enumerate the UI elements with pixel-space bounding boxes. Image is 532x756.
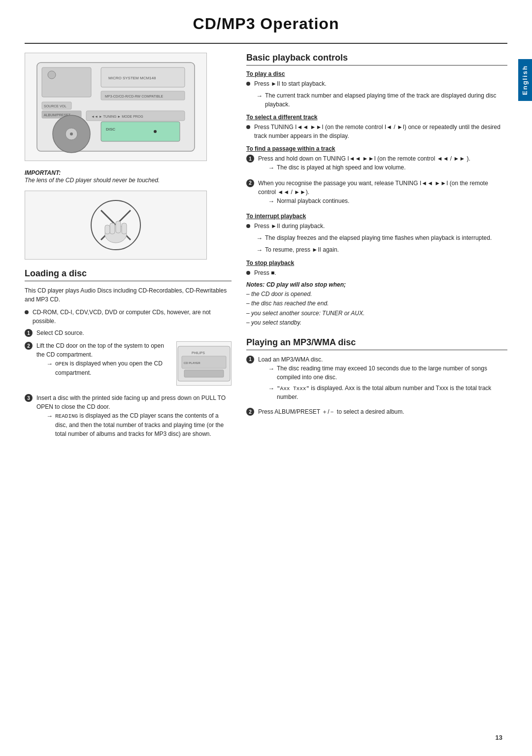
hand-svg xyxy=(66,196,165,255)
mp3-step-1-text: Load an MP3/WMA disc. xyxy=(258,356,323,363)
page-number: 13 xyxy=(496,734,502,741)
select-track-bullet: Press TUNING I◄◄ ►►I (on the remote cont… xyxy=(246,123,507,140)
note-line-3: – you select another source: TUNER or AU… xyxy=(246,309,507,318)
step-3-arrow: → READING is displayed as the CD player … xyxy=(46,411,232,438)
mp3-step-1-content: Load an MP3/WMA disc. → The disc reading… xyxy=(258,355,507,404)
step-3-content: Insert a disc with the printed side faci… xyxy=(36,394,232,440)
passage-step-2-content: When you recognise the passage you want,… xyxy=(258,179,507,208)
svg-rect-24 xyxy=(116,221,121,233)
stop-subtitle: To stop playback xyxy=(246,260,507,266)
passage-arrow-sym: → xyxy=(268,163,274,173)
step-2-arrow: → OPEN is displayed when you open the CD… xyxy=(46,359,166,377)
loading-step-3: 3 Insert a disc with the printed side fa… xyxy=(25,394,232,440)
loading-desc: This CD player plays Audio Discs includi… xyxy=(25,286,232,304)
mp3-badge-1: 1 xyxy=(246,356,254,363)
device-svg: MICRO SYSTEM MCM148 MP3-CD/CD-R/CD-RW CO… xyxy=(32,58,200,156)
mp3-arrow-sym2: → xyxy=(268,384,274,394)
reading-mono: READING xyxy=(55,413,78,419)
svg-point-2 xyxy=(48,71,56,79)
note-line-4: – you select standby. xyxy=(246,318,507,328)
mp3-mono-display: "Axx Txxx" xyxy=(277,386,309,392)
stop-dot xyxy=(246,271,250,275)
english-language-tab: English xyxy=(518,59,532,101)
mp3-step-1-arrow1-text: The disc reading time may exceed 10 seco… xyxy=(277,364,507,382)
interrupt-bullet: Press ►II during playback. xyxy=(246,222,507,230)
select-track-text: Press TUNING I◄◄ ►►I (on the remote cont… xyxy=(254,123,507,140)
step-2-arrow-text: OPEN is displayed when you open the CD c… xyxy=(55,359,166,377)
main-layout: MICRO SYSTEM MCM148 MP3-CD/CD-R/CD-RW CO… xyxy=(25,53,507,444)
passage-step-2-text: When you recognise the passage you want,… xyxy=(258,180,488,196)
interrupt-arrow2-text: To resume, press ►II again. xyxy=(265,245,339,254)
step-3-badge: 3 xyxy=(25,394,33,402)
passage-step-1-text: Press and hold down on TUNING I◄◄ ►►I (o… xyxy=(258,155,470,162)
top-divider xyxy=(25,43,507,44)
interrupt-arrow-sym1: → xyxy=(256,233,263,243)
notes-block: Notes: CD play will also stop when; – th… xyxy=(246,280,507,328)
mp3-step-1: 1 Load an MP3/WMA disc. → The disc readi… xyxy=(246,355,507,404)
important-text: The lens of the CD player should never b… xyxy=(25,177,160,184)
device-image: MICRO SYSTEM MCM148 MP3-CD/CD-R/CD-RW CO… xyxy=(25,53,207,161)
page: English CD/MP3 Operation MICRO SYSTEM MC… xyxy=(0,0,532,756)
play-disc-arrow1-text: The current track number and elapsed pla… xyxy=(265,91,507,109)
play-disc-bullet: Press ►II to start playback. xyxy=(246,79,507,88)
mp3-step-1-arrow1: → The disc reading time may exceed 10 se… xyxy=(268,364,507,382)
interrupt-dot xyxy=(246,224,250,228)
interrupt-arrow-sym2: → xyxy=(256,245,263,255)
passage-step-2: 2 When you recognise the passage you wan… xyxy=(246,179,507,208)
svg-rect-16 xyxy=(101,122,180,141)
passage-step-1-arrow-text: The disc is played at high speed and low… xyxy=(277,163,406,172)
mp3-step-2: 2 Press ALBUM/PRESET ＋/－ to select a des… xyxy=(246,407,507,416)
mp3-step-1-arrow2: → "Axx Txxx" is displayed. Axx is the to… xyxy=(268,384,507,402)
step-3-text: Insert a disc with the printed side faci… xyxy=(36,394,226,410)
svg-text:DISC: DISC xyxy=(106,127,115,131)
svg-text:CD PLAYER: CD PLAYER xyxy=(184,362,200,364)
passage-step-1: 1 Press and hold down on TUNING I◄◄ ►►I … xyxy=(246,154,507,175)
interrupt-arrow1-text: The display freezes and the elapsed play… xyxy=(265,233,492,242)
page-title: CD/MP3 Operation xyxy=(25,15,507,33)
svg-rect-25 xyxy=(122,223,127,234)
basic-playback-title: Basic playback controls xyxy=(246,53,507,66)
loading-step-2: 2 Lift the CD door on the top of the sys… xyxy=(25,341,232,390)
interrupt-text: Press ►II during playback. xyxy=(254,222,325,230)
right-column: Basic playback controls To play a disc P… xyxy=(246,53,507,444)
stop-bullet: Press ■. xyxy=(246,268,507,277)
hand-image xyxy=(25,191,207,260)
step-2-text-block: Lift the CD door on the top of the syste… xyxy=(36,341,166,390)
svg-rect-31 xyxy=(184,370,224,377)
loading-section-title: Loading a disc xyxy=(25,268,232,281)
mp3-section-title: Playing an MP3/WMA disc xyxy=(246,337,507,350)
find-passage-subtitle: To find a passage within a track xyxy=(246,145,507,152)
important-label: IMPORTANT: xyxy=(25,169,61,176)
note-line-2: – the disc has reached the end. xyxy=(246,299,507,308)
passage-badge-2: 2 xyxy=(246,179,254,187)
svg-text:MP3-CD/CD-R/CD-RW COMPATIBLE: MP3-CD/CD-R/CD-RW COMPATIBLE xyxy=(105,95,164,98)
note-line-1: – the CD door is opened. xyxy=(246,290,507,299)
passage-step-2-arrow: → Normal playback continues. xyxy=(268,197,507,206)
passage-step-1-arrow: → The disc is played at high speed and l… xyxy=(268,163,470,173)
bullet-dot-1 xyxy=(25,310,29,314)
loading-bullet-1: CD-ROM, CD-I, CDV,VCD, DVD or computer C… xyxy=(25,308,232,326)
svg-text:PHILIPS: PHILIPS xyxy=(192,351,205,355)
interrupt-subtitle: To interrupt playback xyxy=(246,213,507,220)
svg-rect-26 xyxy=(105,225,110,234)
step-1-badge: 1 xyxy=(25,329,33,337)
interrupt-arrow2: → To resume, press ►II again. xyxy=(256,245,507,255)
mp3-step-1-arrow2-rest: is displayed. Axx is the total album num… xyxy=(277,385,491,401)
step-2-arrow-rest: is displayed when you open the CD compar… xyxy=(55,360,163,376)
notes-header: Notes: CD play will also stop when; xyxy=(246,280,507,290)
step-2-text: Lift the CD door on the top of the syste… xyxy=(36,342,164,358)
arrow-sym-2: → xyxy=(46,411,53,421)
stop-text: Press ■. xyxy=(254,268,276,277)
step-2-badge: 2 xyxy=(25,342,33,350)
svg-point-15 xyxy=(70,132,73,135)
passage-arrow-sym2: → xyxy=(268,197,274,206)
play-disc-subtitle: To play a disc xyxy=(246,70,507,77)
svg-rect-23 xyxy=(110,223,115,234)
cd-player-small-image: PHILIPS CD PLAYER xyxy=(176,341,232,386)
step-1-text: Select CD source. xyxy=(36,329,84,337)
loading-step-1: 1 Select CD source. xyxy=(25,329,232,337)
svg-text:SOURCE  VOL: SOURCE VOL xyxy=(44,104,66,108)
interrupt-arrow1: → The display freezes and the elapsed pl… xyxy=(256,233,507,243)
svg-text:◄◄  ►  TUNING  ►  MODE  PROG: ◄◄ ► TUNING ► MODE PROG xyxy=(91,115,143,118)
svg-text:MICRO SYSTEM MCM148: MICRO SYSTEM MCM148 xyxy=(108,76,156,80)
